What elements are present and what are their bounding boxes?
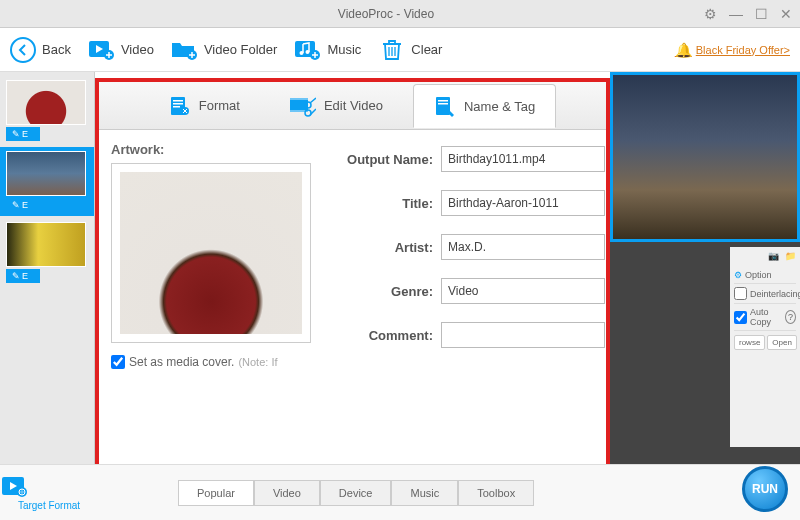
help-icon[interactable]: ? <box>785 310 796 324</box>
media-cover-note: (Note: If <box>238 356 277 368</box>
clear-button[interactable]: Clear <box>379 37 442 63</box>
main-area: ✎ E ✎ E ✎ E ⟳ 2.mp4 Video1: h264, 960x72… <box>0 72 800 492</box>
format-tab-device[interactable]: Device <box>320 480 392 506</box>
camera-icon[interactable]: 📷 <box>768 251 779 261</box>
edit-thumb-button[interactable]: ✎ E <box>6 127 40 141</box>
artwork-preview[interactable] <box>111 163 311 343</box>
promo-link[interactable]: 🔔 Black Friday Offer> <box>675 42 790 58</box>
artwork-label: Artwork: <box>111 142 311 157</box>
main-toolbar: Back Video Video Folder Music Clear 🔔 Bl… <box>0 28 800 72</box>
media-cover-checkbox[interactable] <box>111 355 125 369</box>
add-video-button[interactable]: Video <box>89 37 154 63</box>
format-tab-popular[interactable]: Popular <box>178 480 254 506</box>
name-tag-panel: Artwork: Set as media cover. (Note: If O… <box>99 130 606 381</box>
window-controls: ⚙ — ☐ ✕ <box>704 6 792 22</box>
format-tab-music[interactable]: Music <box>391 480 458 506</box>
settings-icon[interactable]: ⚙ <box>704 6 717 22</box>
folder-icon[interactable]: 📁 <box>785 251 796 261</box>
titlebar: VideoProc - Video ⚙ — ☐ ✕ <box>0 0 800 28</box>
format-tab-video[interactable]: Video <box>254 480 320 506</box>
tab-format[interactable]: Format <box>149 85 260 127</box>
svg-rect-11 <box>173 106 180 108</box>
music-plus-icon <box>295 37 321 63</box>
thumbnail-image <box>6 80 86 125</box>
svg-point-6 <box>306 50 310 54</box>
svg-rect-10 <box>173 103 183 105</box>
thumbnail-image <box>6 222 86 267</box>
bell-icon: 🔔 <box>675 42 692 58</box>
bottom-bar: Target Format Popular Video Device Music… <box>0 464 800 520</box>
comment-label: Comment: <box>321 328 441 343</box>
video-list-sidebar: ✎ E ✎ E ✎ E <box>0 72 95 492</box>
auto-copy-option[interactable]: Auto Copy ? <box>734 304 796 331</box>
video-preview[interactable] <box>610 72 800 242</box>
edit-video-icon <box>290 95 316 117</box>
svg-rect-14 <box>290 98 308 100</box>
back-arrow-icon <box>10 37 36 63</box>
back-button[interactable]: Back <box>10 37 71 63</box>
add-video-folder-button[interactable]: Video Folder <box>172 37 277 63</box>
trash-icon <box>379 37 405 63</box>
tab-name-tag[interactable]: Name & Tag <box>413 84 556 128</box>
artist-input[interactable] <box>441 234 605 260</box>
output-options: 📷 📁 ⚙ Option Deinterlacing Auto Copy ? r… <box>730 247 800 447</box>
target-format-button[interactable]: Target Format <box>0 474 98 511</box>
artwork-column: Artwork: Set as media cover. (Note: If <box>111 142 311 369</box>
panel-tabs: Format Edit Video Name & Tag <box>99 82 606 130</box>
svg-rect-9 <box>173 100 183 102</box>
folder-plus-icon <box>172 37 198 63</box>
video-plus-icon <box>89 37 115 63</box>
format-tab-toolbox[interactable]: Toolbox <box>458 480 534 506</box>
close-icon[interactable]: ✕ <box>780 6 792 22</box>
video-thumb-3[interactable]: ✎ E <box>0 218 94 287</box>
media-cover-label: Set as media cover. <box>129 355 234 369</box>
genre-input[interactable] <box>441 278 605 304</box>
deinterlacing-option[interactable]: Deinterlacing <box>734 284 796 304</box>
tab-edit-video[interactable]: Edit Video <box>270 85 403 127</box>
browse-button[interactable]: rowse <box>734 335 765 350</box>
artwork-image <box>120 172 302 334</box>
metadata-fields: Output Name: Title: Artist: Genre: <box>321 142 605 369</box>
media-cover-row: Set as media cover. (Note: If <box>111 355 311 369</box>
name-tag-icon <box>434 95 456 117</box>
title-label: Title: <box>321 196 441 211</box>
format-icon <box>169 95 191 117</box>
minimize-icon[interactable]: — <box>729 6 743 22</box>
thumbnail-image <box>6 151 86 196</box>
video-thumb-1[interactable]: ✎ E <box>0 76 94 145</box>
title-input[interactable] <box>441 190 605 216</box>
video-thumb-2[interactable]: ✎ E <box>0 147 94 216</box>
highlight-box: Format Edit Video Name & Tag Ar <box>95 78 610 492</box>
comment-input[interactable] <box>441 322 605 348</box>
add-music-button[interactable]: Music <box>295 37 361 63</box>
svg-rect-19 <box>438 100 448 102</box>
maximize-icon[interactable]: ☐ <box>755 6 768 22</box>
output-name-input[interactable] <box>441 146 605 172</box>
edit-thumb-button[interactable]: ✎ E <box>6 269 40 283</box>
content-area: ⟳ 2.mp4 Video1: h264, 960x720, 00:00:23 … <box>95 72 610 492</box>
app-title: VideoProc - Video <box>68 7 704 21</box>
target-format-icon <box>0 474 98 500</box>
open-button[interactable]: Open <box>767 335 797 350</box>
svg-rect-20 <box>438 103 448 105</box>
svg-point-5 <box>300 51 304 55</box>
run-button[interactable]: RUN <box>742 466 788 512</box>
genre-label: Genre: <box>321 284 441 299</box>
output-name-label: Output Name: <box>321 152 441 167</box>
artist-label: Artist: <box>321 240 441 255</box>
format-tabs: Popular Video Device Music Toolbox <box>178 480 534 506</box>
edit-thumb-button[interactable]: ✎ E <box>6 198 40 212</box>
option-button[interactable]: ⚙ Option <box>734 267 796 284</box>
preview-column: 📷 📁 ⚙ Option Deinterlacing Auto Copy ? r… <box>610 72 800 492</box>
